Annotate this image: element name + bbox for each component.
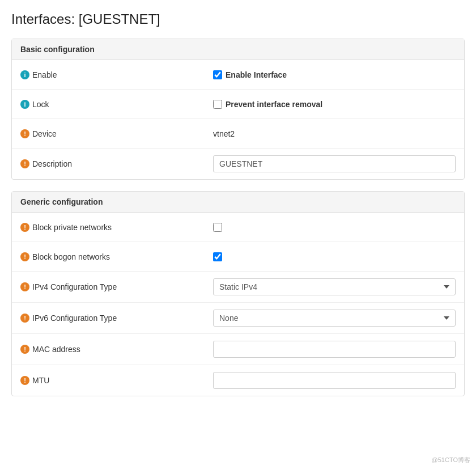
basic-config-header: Basic configuration: [12, 39, 464, 60]
enable-label: i Enable: [20, 70, 213, 79]
mac-address-row: ! MAC address: [12, 334, 464, 365]
lock-info-icon[interactable]: i: [20, 100, 29, 109]
block-private-checkbox[interactable]: [213, 223, 222, 232]
ipv4-type-row: ! IPv4 Configuration Type Static IPv4 DH…: [12, 272, 464, 303]
block-private-info-icon[interactable]: !: [20, 223, 29, 232]
description-label: ! Description: [20, 159, 213, 168]
enable-row: i Enable Enable Interface: [12, 60, 464, 90]
ipv4-type-info-icon[interactable]: !: [20, 282, 29, 291]
basic-config-section: Basic configuration i Enable Enable Inte…: [11, 39, 465, 180]
block-bogon-checkbox[interactable]: [213, 252, 222, 261]
device-row: ! Device vtnet2: [12, 119, 464, 149]
mtu-label: ! MTU: [20, 376, 213, 385]
enable-checkbox-label[interactable]: Enable Interface: [213, 70, 287, 79]
description-info-icon[interactable]: !: [20, 159, 29, 168]
lock-row: i Lock Prevent interface removal: [12, 90, 464, 119]
lock-checkbox-label[interactable]: Prevent interface removal: [213, 100, 322, 109]
block-bogon-value: [213, 252, 456, 261]
page-title: Interfaces: [GUESTNET]: [11, 11, 465, 27]
enable-checkbox[interactable]: [213, 70, 222, 79]
description-value: [213, 155, 456, 172]
generic-config-section: Generic configuration ! Block private ne…: [11, 191, 465, 396]
lock-value: Prevent interface removal: [213, 100, 456, 109]
mac-address-info-icon[interactable]: !: [20, 345, 29, 354]
device-info-icon[interactable]: !: [20, 129, 29, 138]
ipv4-type-label: ! IPv4 Configuration Type: [20, 282, 213, 291]
ipv6-type-value: None Static IPv6 DHCPv6: [213, 310, 456, 327]
generic-config-header: Generic configuration: [12, 192, 464, 213]
ipv6-type-info-icon[interactable]: !: [20, 314, 29, 323]
ipv6-type-row: ! IPv6 Configuration Type None Static IP…: [12, 303, 464, 334]
ipv4-type-value: Static IPv4 DHCP None: [213, 278, 456, 295]
ipv6-type-select[interactable]: None Static IPv6 DHCPv6: [213, 310, 456, 327]
lock-checkbox[interactable]: [213, 100, 222, 109]
mac-address-label: ! MAC address: [20, 345, 213, 354]
block-private-label: ! Block private networks: [20, 223, 213, 232]
mtu-value: [213, 372, 456, 389]
enable-value: Enable Interface: [213, 70, 456, 79]
ipv6-type-label: ! IPv6 Configuration Type: [20, 314, 213, 323]
ipv6-select-wrapper: None Static IPv6 DHCPv6: [213, 310, 456, 327]
mac-address-input[interactable]: [213, 341, 456, 358]
mtu-row: ! MTU: [12, 365, 464, 396]
lock-label: i Lock: [20, 100, 213, 109]
page-container: Interfaces: [GUESTNET] Basic configurati…: [0, 0, 476, 419]
mac-address-value: [213, 341, 456, 358]
block-bogon-label: ! Block bogon networks: [20, 252, 213, 261]
description-row: ! Description: [12, 149, 464, 179]
mtu-info-icon[interactable]: !: [20, 376, 29, 385]
block-private-value: [213, 223, 456, 232]
block-bogon-row: ! Block bogon networks: [12, 242, 464, 272]
block-private-row: ! Block private networks: [12, 213, 464, 242]
device-value: vtnet2: [213, 129, 456, 138]
enable-info-icon[interactable]: i: [20, 70, 29, 79]
block-bogon-info-icon[interactable]: !: [20, 252, 29, 261]
ipv4-type-select[interactable]: Static IPv4 DHCP None: [213, 278, 456, 295]
device-label: ! Device: [20, 129, 213, 138]
ipv4-select-wrapper: Static IPv4 DHCP None: [213, 278, 456, 295]
description-input[interactable]: [213, 155, 456, 172]
mtu-input[interactable]: [213, 372, 456, 389]
